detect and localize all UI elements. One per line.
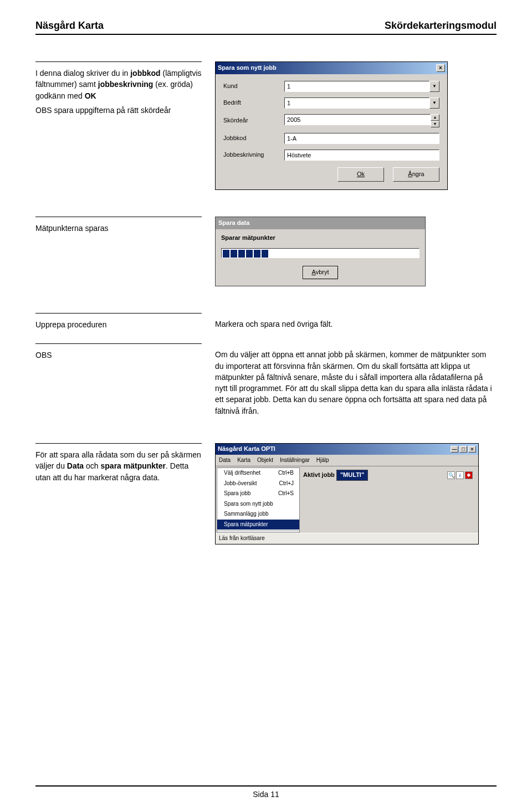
menu-karta[interactable]: Karta (237, 456, 250, 465)
sec1-obs: OBS spara uppgifterna på rätt skördeår (35, 105, 202, 116)
menu-item[interactable]: Spara jobbCtrl+S (217, 489, 299, 499)
divider (35, 61, 202, 62)
input-jobbeskrivning[interactable] (284, 150, 439, 161)
menu-item-selected[interactable]: Spara mätpunkter (217, 520, 299, 530)
label-jobbeskrivning: Jobbeskrivning (223, 151, 284, 160)
sec3-right2: Om du väljer att öppna ett annat jobb på… (215, 349, 497, 417)
sec4-text: För att spara alla rådata som du ser på … (35, 449, 202, 483)
sec1-text: I denna dialog skriver du in jobbkod (lä… (35, 68, 202, 101)
progress-dialog: Spara data Sparar mätpunkter Avbryt (215, 217, 426, 286)
header-left: Näsgård Karta (35, 20, 104, 32)
aktivt-jobb-value: "MULTI" (336, 470, 368, 481)
sec2-text: Mätpunkterna sparas (35, 223, 202, 234)
input-kund[interactable] (284, 81, 429, 92)
data-menu-dropdown: Välj driftsenhetCtrl+B Jobb-översiktCtrl… (217, 467, 300, 533)
ok-button[interactable]: Ok (337, 167, 384, 182)
sec3-left1: Upprepa proceduren (35, 319, 202, 330)
sec3-left2: OBS (35, 350, 202, 361)
menu-item[interactable]: Välj driftsenhetCtrl+B (217, 468, 299, 479)
chevron-down-icon[interactable]: ▼ (429, 97, 439, 109)
save-new-job-dialog: Spara som nytt jobb × Kund ▼ Bedrift (215, 61, 448, 190)
spinner-down-icon[interactable]: ▼ (431, 121, 439, 127)
label-skordear: Skördeår (223, 116, 284, 125)
label-bedrift: Bedrift (223, 99, 284, 107)
aktivt-jobb-label: Aktivt jobb (303, 471, 335, 478)
menu-hjalp[interactable]: Hjälp (316, 456, 329, 465)
menu-item[interactable]: Spara som nytt jobb (217, 499, 299, 510)
page-number: Sida 11 (0, 790, 532, 799)
close-icon[interactable]: × (436, 64, 445, 72)
sec3-right1: Markera och spara ned övriga fält. (215, 318, 497, 330)
app-window: Näsgård Karta OPTI — □ × Data Karta Obje… (215, 443, 479, 544)
close-icon[interactable]: × (468, 446, 476, 453)
tool-icon[interactable]: ✱ (465, 471, 473, 479)
spinner-up-icon[interactable]: ▲ (431, 114, 439, 121)
search-icon[interactable]: 🔍 (447, 471, 455, 479)
menu-data[interactable]: Data (219, 456, 231, 465)
lowband-text: Läs från kortläsare (216, 533, 478, 544)
divider (35, 443, 202, 444)
divider (35, 343, 202, 344)
divider (35, 217, 202, 217)
input-bedrift[interactable] (284, 97, 429, 109)
app-title: Näsgård Karta OPTI (218, 445, 275, 454)
input-skordear[interactable] (284, 114, 431, 125)
cancel-button[interactable]: Ångra (393, 167, 439, 182)
dialog-title: Spara som nytt jobb (218, 64, 277, 73)
chevron-down-icon[interactable]: ▼ (429, 81, 439, 92)
header-right: Skördekarteringsmodul (385, 20, 497, 32)
menu-item[interactable]: Jobb-översiktCtrl+J (217, 479, 299, 489)
divider (35, 313, 202, 314)
menu-item[interactable]: Sammanlägg jobb (217, 509, 299, 520)
info-icon[interactable]: i (456, 471, 464, 479)
maximize-icon[interactable]: □ (459, 446, 467, 453)
progress-bar (221, 248, 420, 258)
label-jobbkod: Jobbkod (223, 134, 284, 143)
progress-label: Sparar mätpunkter (221, 234, 420, 243)
abort-button[interactable]: Avbryt (303, 266, 339, 279)
header-rule (35, 34, 497, 35)
label-kund: Kund (223, 82, 284, 91)
menu-objekt[interactable]: Objekt (257, 456, 273, 465)
input-jobbkod[interactable] (284, 133, 439, 144)
progress-title: Spara data (216, 217, 425, 229)
minimize-icon[interactable]: — (451, 446, 458, 453)
menu-installningar[interactable]: Inställningar (280, 456, 310, 465)
footer-rule (35, 785, 497, 787)
